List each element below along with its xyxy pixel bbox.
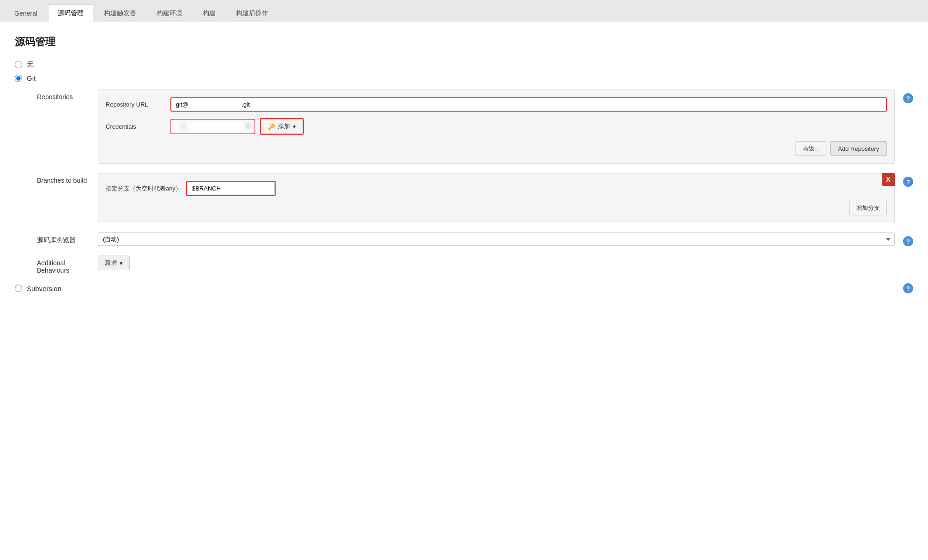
repo-url-input[interactable]	[170, 97, 887, 112]
browser-help: ?	[899, 236, 913, 246]
repositories-help: ?	[899, 93, 913, 103]
branches-section: Branches to build X 指定分支（为空时代表any） 增加分支	[15, 173, 913, 223]
scm-option-subversion[interactable]: Subversion ?	[15, 283, 913, 293]
repo-url-row: Repository URL	[106, 97, 887, 112]
additional-content: 新增 ▾	[98, 256, 913, 270]
credentials-controls: - 无 - 🔑 添加 ▾	[170, 118, 304, 135]
page-title: 源码管理	[15, 35, 913, 49]
main-content: 源码管理 无 Git Repositories Repository URL	[0, 22, 928, 560]
branch-input-wrap	[186, 181, 276, 196]
add-branch-row: 增加分支	[106, 201, 887, 215]
browser-label: 源码库浏览器	[15, 232, 98, 244]
credentials-row: Credentials - 无 - 🔑 添加 ▾	[106, 118, 887, 135]
add-behaviour-arrow: ▾	[120, 260, 123, 267]
repo-url-label: Repository URL	[106, 101, 170, 108]
repositories-help-icon[interactable]: ?	[903, 93, 913, 103]
browser-section: 源码库浏览器 (自动) 其他 ?	[15, 232, 913, 246]
branch-input[interactable]	[187, 182, 275, 195]
branches-content: X 指定分支（为空时代表any） 增加分支	[98, 173, 895, 223]
branches-label: Branches to build	[15, 173, 98, 184]
repositories-section: Repositories Repository URL Credentials	[15, 89, 913, 164]
add-repository-button[interactable]: Add Repository	[830, 141, 887, 156]
branch-input-row: 指定分支（为空时代表any）	[106, 181, 887, 196]
browser-select[interactable]: (自动) 其他	[98, 232, 895, 246]
remove-branch-button[interactable]: X	[882, 173, 895, 186]
tab-post[interactable]: 构建后操作	[226, 4, 278, 22]
repo-url-input-wrap	[170, 97, 887, 112]
scm-label-none: 无	[27, 60, 34, 69]
browser-content: (自动) 其他	[98, 232, 895, 246]
scm-label-subversion: Subversion	[27, 285, 61, 292]
key-icon: 🔑	[268, 123, 275, 130]
branch-field-label: 指定分支（为空时代表any）	[106, 185, 181, 193]
advanced-button[interactable]: 高级...	[795, 141, 826, 156]
add-credentials-label: 添加	[278, 122, 290, 131]
tab-env[interactable]: 构建环境	[147, 4, 192, 22]
browser-help-icon[interactable]: ?	[903, 236, 913, 246]
add-credentials-dropdown-arrow: ▾	[293, 123, 296, 130]
add-behaviour-button[interactable]: 新增 ▾	[98, 256, 130, 270]
additional-section: Additional Behaviours 新增 ▾	[15, 256, 913, 274]
credentials-select-wrap: - 无 -	[170, 119, 255, 134]
repositories-label: Repositories	[15, 89, 98, 101]
tab-triggers[interactable]: 构建触发器	[94, 4, 146, 22]
tab-build[interactable]: 构建	[193, 4, 225, 22]
credentials-select[interactable]: - 无 -	[171, 120, 254, 133]
scm-label-git: Git	[27, 74, 36, 82]
tab-general[interactable]: General	[5, 4, 47, 22]
additional-label: Additional Behaviours	[15, 256, 98, 274]
scm-radio-subversion[interactable]	[15, 285, 22, 292]
action-buttons-row: 高级... Add Repository	[106, 141, 887, 156]
branches-help-icon[interactable]: ?	[903, 177, 913, 187]
credentials-label: Credentials	[106, 123, 170, 130]
repositories-content: Repository URL Credentials - 无 -	[98, 89, 895, 164]
add-credentials-button-wrap: 🔑 添加 ▾	[260, 118, 304, 135]
subversion-help-icon[interactable]: ?	[903, 283, 913, 293]
add-credentials-button[interactable]: 🔑 添加 ▾	[261, 119, 303, 134]
scm-radio-git[interactable]	[15, 75, 22, 82]
tab-scm[interactable]: 源码管理	[48, 4, 93, 22]
tab-bar: General 源码管理 构建触发器 构建环境 构建 构建后操作	[0, 0, 928, 22]
scm-option-none[interactable]: 无	[15, 60, 913, 69]
x-icon: X	[886, 176, 890, 183]
add-behaviour-label: 新增	[105, 259, 117, 267]
scm-option-git[interactable]: Git	[15, 74, 913, 82]
branches-help: ?	[899, 177, 913, 187]
add-branch-button[interactable]: 增加分支	[849, 201, 887, 215]
scm-radio-none[interactable]	[15, 61, 22, 68]
